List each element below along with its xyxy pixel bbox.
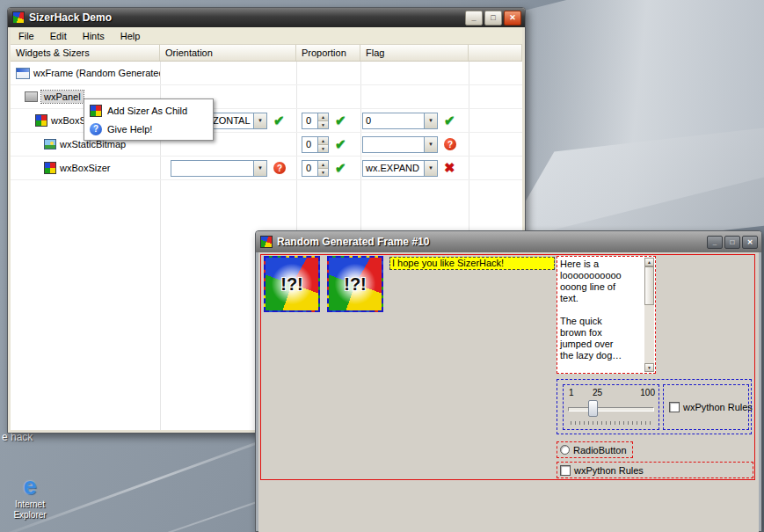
column-widgets-sizers[interactable]: Widgets & Sizers: [11, 45, 160, 61]
orientation-select[interactable]: ▼: [171, 160, 267, 177]
menu-item-add-sizer-as-child[interactable]: Add Sizer As Child: [85, 101, 212, 120]
menubar: File Edit Hints Help: [11, 27, 522, 45]
slider-thumb[interactable]: [588, 400, 598, 417]
dropdown-arrow-icon[interactable]: ▼: [253, 161, 266, 176]
scrollbar-thumb[interactable]: [644, 266, 654, 305]
proportion-value: 0: [302, 160, 317, 177]
status-help-icon: ?: [273, 162, 286, 174]
tree-item-label-selected: wxPanel: [41, 91, 84, 103]
flag-cell: wx.EXPAND ▼ ✖: [360, 157, 522, 179]
tree-row-wxframe[interactable]: wxFrame (Random Generated: [11, 62, 522, 85]
spin-up-button[interactable]: ▲: [318, 113, 328, 121]
flag-cell: ▼ ?: [360, 133, 522, 156]
bitmap-text: !?!: [344, 274, 367, 295]
slider-min-label: 1: [569, 388, 574, 397]
spin-up-button[interactable]: ▲: [318, 137, 328, 145]
menu-item-label: Give Help!: [107, 124, 152, 135]
status-ok-icon: ✔: [273, 113, 285, 128]
tree-item-label: wxFrame (Random Generated: [33, 68, 160, 78]
flag-value: [363, 137, 424, 152]
window-title: SizerHack Demo: [25, 11, 463, 24]
static-bitmap-2: !?!: [327, 256, 383, 312]
sizer-icon: [90, 105, 102, 117]
menu-item-label: Add Sizer As Child: [107, 106, 187, 116]
window-title: Random Generated Frame #10: [273, 236, 705, 248]
widgets-cell: wxBoxSizer: [11, 157, 160, 179]
flag-value: wx.EXPAND: [363, 161, 424, 176]
spin-down-button[interactable]: ▼: [318, 169, 328, 176]
slider-container: 1 25 100: [563, 384, 659, 430]
orientation-cell: [160, 62, 296, 84]
maximize-button[interactable]: □: [484, 11, 502, 26]
column-header: Widgets & Sizers Orientation Proportion …: [11, 45, 522, 62]
radio-button-frame: RadioButton: [557, 441, 633, 458]
proportion-cell: 0 ▲ ▼ ✔: [296, 109, 360, 132]
wxpanel-icon: [25, 91, 38, 102]
scrollbar[interactable]: ▲ ▼: [644, 258, 654, 372]
flag-select[interactable]: ▼: [362, 136, 438, 153]
dropdown-arrow-icon[interactable]: ▼: [253, 113, 266, 128]
flag-cell: 0 ▼ ✔: [360, 109, 522, 132]
proportion-value: 0: [302, 136, 317, 153]
sizer-outline-group: 1 25 100 wxPython Rules: [557, 379, 752, 434]
app-icon: [12, 11, 25, 24]
minimize-button[interactable]: _: [465, 11, 483, 26]
spin-down-button[interactable]: ▼: [318, 145, 328, 152]
slider-ticks: [571, 421, 651, 425]
desktop-icon-internet-explorer[interactable]: e Internet Explorer: [2, 473, 58, 521]
spin-down-button[interactable]: ▼: [318, 121, 328, 128]
slider-max-label: 100: [640, 388, 655, 397]
spin-up-button[interactable]: ▲: [318, 161, 328, 169]
dropdown-arrow-icon[interactable]: ▼: [424, 137, 437, 152]
scroll-up-icon[interactable]: ▲: [644, 258, 654, 266]
menu-help[interactable]: Help: [113, 29, 149, 43]
status-error-icon: ✖: [444, 160, 455, 176]
minimize-button[interactable]: _: [707, 236, 723, 249]
window-icon: [260, 236, 273, 248]
flag-select[interactable]: 0 ▼: [362, 113, 438, 129]
help-icon: ?: [90, 123, 102, 135]
status-ok-icon: ✔: [335, 160, 346, 176]
static-bitmap-1: !?!: [264, 256, 320, 312]
checkbox-label[interactable]: wxPython Rules: [683, 402, 753, 412]
menu-hints[interactable]: Hints: [75, 29, 113, 43]
radio-button[interactable]: [560, 445, 570, 455]
internet-explorer-icon: e: [2, 473, 58, 499]
close-button[interactable]: ✕: [504, 11, 521, 26]
proportion-spinner[interactable]: 0 ▲ ▼: [302, 113, 329, 129]
dropdown-arrow-icon[interactable]: ▼: [424, 113, 437, 128]
dropdown-arrow-icon[interactable]: ▼: [424, 161, 437, 176]
desktop-icon-label: Internet Explorer: [2, 499, 58, 521]
flag-value: 0: [363, 113, 424, 128]
maximize-button[interactable]: □: [724, 236, 740, 249]
column-filler: [469, 45, 522, 61]
multiline-text-control[interactable]: Here is a looooooooooo ooong line of tex…: [558, 258, 644, 372]
slider-track[interactable]: [568, 407, 654, 412]
titlebar[interactable]: Random Generated Frame #10 _ □ ✕: [256, 231, 761, 252]
wxframe-icon: [16, 68, 30, 79]
close-button[interactable]: ✕: [742, 236, 758, 249]
spinner-buttons: ▲ ▼: [317, 136, 329, 153]
proportion-spinner[interactable]: 0 ▲ ▼: [302, 136, 329, 153]
proportion-spinner[interactable]: 0 ▲ ▼: [302, 160, 329, 177]
checkbox[interactable]: [560, 465, 571, 476]
proportion-cell: [296, 62, 360, 84]
menu-file[interactable]: File: [11, 29, 42, 43]
proportion-cell: 0 ▲ ▼ ✔: [296, 157, 360, 179]
menu-edit[interactable]: Edit: [42, 29, 75, 43]
column-orientation[interactable]: Orientation: [160, 45, 296, 61]
radio-label[interactable]: RadioButton: [573, 445, 627, 455]
titlebar[interactable]: SizerHack Demo _ □ ✕: [8, 8, 525, 27]
menu-item-give-help[interactable]: ? Give Help!: [85, 120, 212, 138]
orientation-value: [171, 161, 253, 176]
scroll-down-icon[interactable]: ▼: [644, 363, 654, 372]
column-flag[interactable]: Flag: [360, 45, 469, 61]
flag-select[interactable]: wx.EXPAND ▼: [362, 160, 438, 177]
column-proportion[interactable]: Proportion: [296, 45, 360, 61]
tree-row-wxboxsizer-2[interactable]: wxBoxSizer ▼ ? 0 ▲ ▼: [11, 157, 522, 180]
spinner-buttons: ▲ ▼: [317, 113, 329, 129]
checkbox-label[interactable]: wxPython Rules: [574, 465, 644, 476]
checkbox[interactable]: [669, 402, 680, 412]
bitmap-text: !?!: [280, 274, 303, 295]
status-help-icon: ?: [444, 138, 456, 150]
